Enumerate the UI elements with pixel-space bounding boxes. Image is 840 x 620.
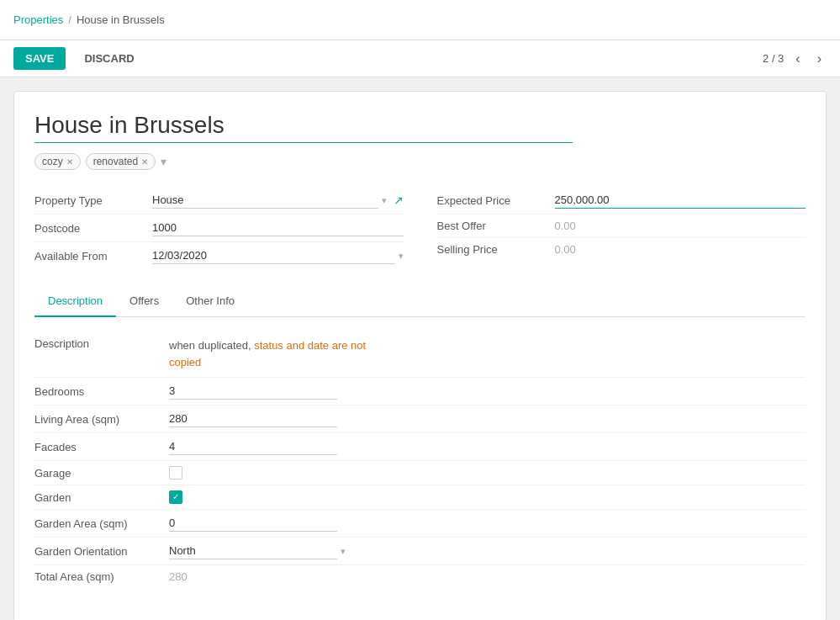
- record-card: cozy ✕ renovated ✕ ▾ Property Type House: [13, 91, 827, 620]
- property-type-external-link-icon[interactable]: ↗: [394, 193, 404, 207]
- desc-line2: copied: [169, 356, 201, 368]
- breadcrumb: Properties / House in Brussels: [13, 13, 165, 26]
- main-content: cozy ✕ renovated ✕ ▾ Property Type House: [0, 77, 840, 620]
- garage-label: Garage: [34, 467, 169, 480]
- description-text: when duplicated, status and date are not…: [169, 337, 366, 370]
- property-type-select[interactable]: House: [152, 192, 378, 209]
- best-offer-row: Best Offer 0.00: [437, 215, 806, 238]
- fields-right: Expected Price Best Offer 0.00 Selling P…: [404, 187, 806, 269]
- garden-area-input[interactable]: [169, 515, 337, 532]
- tag-cozy-remove[interactable]: ✕: [66, 157, 73, 167]
- tags-dropdown-arrow[interactable]: ▾: [161, 155, 166, 168]
- available-from-wrap: ▾: [152, 247, 404, 264]
- discard-button[interactable]: DISCARD: [72, 47, 145, 70]
- property-type-arrow-icon: ▾: [382, 195, 387, 206]
- breadcrumb-separator: /: [68, 13, 71, 26]
- facades-row: Facades: [34, 433, 806, 461]
- desc-line1: when duplicated, status and date are not: [169, 339, 366, 352]
- description-field-row: Description when duplicated, status and …: [34, 331, 806, 378]
- tag-cozy-label: cozy: [42, 156, 63, 167]
- desc-highlight: status and date are not: [254, 339, 366, 352]
- pagination: 2 / 3 ‹ ›: [763, 50, 827, 68]
- toolbar-actions: SAVE DISCARD: [13, 47, 146, 70]
- best-offer-value: 0.00: [555, 220, 576, 232]
- best-offer-label: Best Offer: [437, 220, 555, 232]
- tag-renovated-remove[interactable]: ✕: [141, 157, 148, 167]
- total-area-label: Total Area (sqm): [34, 570, 169, 583]
- fields-section: Property Type House ▾ ↗ Postcode Availab…: [34, 187, 806, 269]
- selling-price-label: Selling Price: [437, 243, 555, 256]
- garden-label: Garden: [34, 491, 169, 504]
- expected-price-input[interactable]: [555, 192, 806, 209]
- garage-checkbox[interactable]: [169, 466, 182, 480]
- breadcrumb-current: House in Brussels: [77, 13, 165, 26]
- toolbar: SAVE DISCARD 2 / 3 ‹ ›: [0, 40, 840, 77]
- tags-row: cozy ✕ renovated ✕ ▾: [34, 153, 806, 170]
- property-type-label: Property Type: [34, 194, 152, 207]
- postcode-input[interactable]: [152, 220, 404, 236]
- garden-orientation-label: Garden Orientation: [34, 545, 169, 558]
- bedrooms-input[interactable]: [169, 383, 337, 400]
- fields-left: Property Type House ▾ ↗ Postcode Availab…: [34, 187, 404, 269]
- garden-checkmark: ✓: [172, 493, 179, 501]
- tab-offers[interactable]: Offers: [116, 286, 172, 317]
- save-button[interactable]: SAVE: [13, 47, 66, 70]
- garden-orientation-wrap: North South East West ▾: [169, 543, 346, 559]
- garage-row: Garage: [34, 461, 806, 485]
- tab-other-info[interactable]: Other Info: [172, 286, 248, 317]
- garden-area-row: Garden Area (sqm): [34, 510, 806, 538]
- tag-cozy: cozy ✕: [34, 153, 81, 170]
- property-type-row: Property Type House ▾ ↗: [34, 187, 404, 215]
- total-area-value: 280: [169, 570, 188, 583]
- available-from-input[interactable]: [152, 247, 395, 264]
- total-area-row: Total Area (sqm) 280: [34, 565, 806, 588]
- breadcrumb-parent-link[interactable]: Properties: [13, 13, 63, 26]
- record-title-input[interactable]: [34, 112, 573, 143]
- property-type-select-wrap: House ▾ ↗: [152, 192, 404, 209]
- tag-renovated: renovated ✕: [86, 153, 156, 170]
- description-field-label: Description: [34, 337, 169, 350]
- garden-orientation-arrow-icon: ▾: [341, 546, 346, 557]
- tab-content-description: Description when duplicated, status and …: [34, 331, 806, 601]
- postcode-row: Postcode: [34, 215, 404, 242]
- expected-price-row: Expected Price: [437, 187, 806, 215]
- bedrooms-label: Bedrooms: [34, 385, 169, 398]
- tag-renovated-label: renovated: [93, 156, 138, 167]
- living-area-row: Living Area (sqm): [34, 405, 806, 433]
- garden-orientation-row: Garden Orientation North South East West…: [34, 538, 806, 565]
- available-from-label: Available From: [34, 250, 152, 262]
- facades-input[interactable]: [169, 438, 337, 455]
- selling-price-value: 0.00: [555, 243, 576, 256]
- garden-orientation-select[interactable]: North South East West: [169, 543, 337, 559]
- selling-price-row: Selling Price 0.00: [437, 238, 806, 261]
- garden-checkbox[interactable]: ✓: [169, 490, 182, 504]
- living-area-input[interactable]: [169, 411, 337, 427]
- available-from-row: Available From ▾: [34, 242, 404, 269]
- garden-area-label: Garden Area (sqm): [34, 517, 169, 530]
- next-record-button[interactable]: ›: [812, 50, 827, 68]
- tabs-bar: Description Offers Other Info: [34, 286, 806, 317]
- postcode-label: Postcode: [34, 222, 152, 235]
- top-bar: Properties / House in Brussels: [0, 0, 840, 40]
- expected-price-label: Expected Price: [437, 194, 555, 207]
- prev-record-button[interactable]: ‹: [790, 50, 805, 68]
- pagination-display: 2 / 3: [763, 52, 784, 65]
- tab-description[interactable]: Description: [34, 286, 116, 317]
- garden-row: Garden ✓: [34, 485, 806, 510]
- living-area-label: Living Area (sqm): [34, 413, 169, 426]
- bedrooms-row: Bedrooms: [34, 378, 806, 405]
- facades-label: Facades: [34, 441, 169, 453]
